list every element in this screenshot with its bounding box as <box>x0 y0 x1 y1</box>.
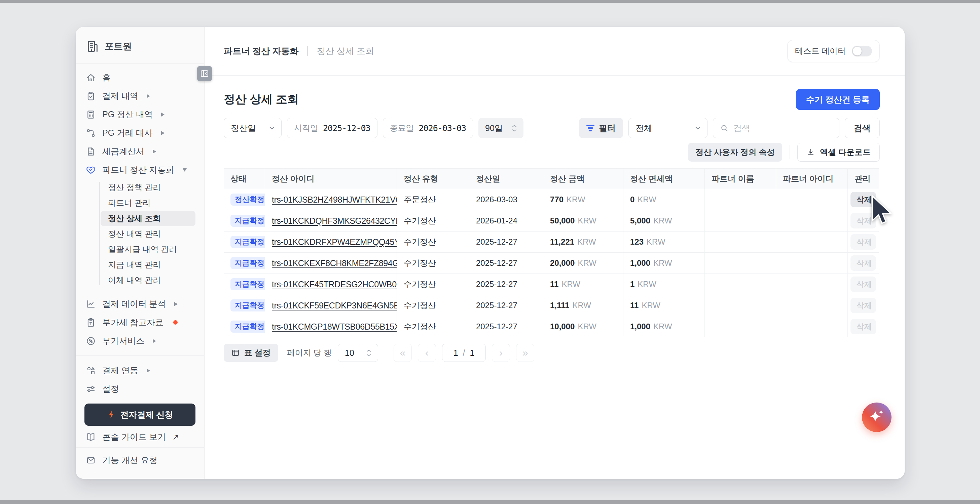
sidebar-item-settlement-history[interactable]: 정산 내역 관리 <box>100 226 196 242</box>
amount-currency: KRW <box>578 216 597 225</box>
sidebar-collapse-button[interactable] <box>197 66 212 81</box>
divider <box>76 355 204 356</box>
sidebar-menu-tertiary: 결제 연동 설정 <box>76 361 204 398</box>
tax-free-amount-cell: 1KRW <box>624 274 705 295</box>
panel-collapse-icon <box>200 69 209 78</box>
settlement-amount-cell: 50,000KRW <box>543 210 624 231</box>
settlement-id-cell: trs-01KCKEXF8CH8KME2FZ894G6V8P <box>265 253 397 274</box>
settlement-id-cell: trs-01KJSB2HZ498HJWFKTK21VQ9HP <box>265 189 397 210</box>
custom-attributes-button[interactable]: 정산 사용자 정의 속성 <box>688 143 782 162</box>
search-button[interactable]: 검색 <box>845 118 880 138</box>
settlement-amount-cell: 770KRW <box>543 189 624 210</box>
sidebar-item-tax-invoice[interactable]: 세금계산서 <box>76 142 204 161</box>
table-row: 지급확정 trs-01KCKF59ECDKP3N6E4GN5BH6RZ 수기정산… <box>224 295 879 316</box>
table-settings-button[interactable]: 표 설정 <box>224 344 278 362</box>
sidebar-item-partner-management[interactable]: 파트너 관리 <box>100 195 196 211</box>
column-header-status: 상태 <box>224 169 265 189</box>
portone-logo-icon <box>86 40 99 53</box>
end-date-input[interactable]: 종료일 2026-03-03 <box>383 118 473 138</box>
amount-value: 20,000 <box>550 258 574 268</box>
last-page-button: » <box>516 344 534 362</box>
settlement-amount-cell: 20,000KRW <box>543 253 624 274</box>
tax-free-amount-cell: 1,000KRW <box>624 253 705 274</box>
amount-value: 11,221 <box>550 237 574 247</box>
settlement-id-link[interactable]: trs-01KCKDRFXPW4EZMPQQ45Y4XZC6 <box>272 237 397 247</box>
settlement-id-cell: trs-01KCKDRFXPW4EZMPQQ45Y4XZC6 <box>265 231 397 252</box>
sidebar-item-transfer-history[interactable]: 이체 내역 관리 <box>100 273 196 288</box>
sidebar-item-bulk-payout[interactable]: 일괄지급 내역 관리 <box>100 242 196 257</box>
tax-free-currency: KRW <box>638 195 656 204</box>
sidebar-item-partner-settlement[interactable]: 파트너 정산 자동화 <box>76 161 204 179</box>
sidebar-item-payments[interactable]: 결제 내역 <box>76 87 204 105</box>
date-range-stepper[interactable]: 90일 <box>478 118 523 138</box>
home-icon <box>86 73 96 82</box>
sidebar: 포트원 홈 <box>76 27 205 479</box>
partner-name-cell <box>705 295 776 316</box>
sidebar-item-payment-integration[interactable]: 결제 연동 <box>76 361 204 380</box>
settlement-id-cell: trs-01KCKDQHF3MKSG26432CYDEF75 <box>265 210 397 231</box>
brand[interactable]: 포트원 <box>76 27 204 63</box>
settlement-id-link[interactable]: trs-01KCMGP18WTSB06D55B15X0KSZ <box>272 322 397 332</box>
toggle-knob <box>853 47 862 55</box>
sidebar-item-settlement-detail[interactable]: 정산 상세 조회 <box>100 211 196 226</box>
excel-download-button[interactable]: 엑셀 다운로드 <box>797 143 880 162</box>
download-icon <box>807 148 815 157</box>
date-type-select[interactable]: 정산일 <box>224 118 282 138</box>
sidebar-item-label: 부가세 참고자료 <box>102 317 164 328</box>
amount-value: 10,000 <box>550 322 574 331</box>
filter-funnel-icon <box>586 125 595 132</box>
chevron-down-icon <box>183 168 187 172</box>
settlement-date-cell: 2025-12-27 <box>469 253 543 274</box>
e-payment-apply-button[interactable]: 전자결제 신청 <box>84 404 196 426</box>
excel-download-label: 엑셀 다운로드 <box>820 147 871 158</box>
heart-hands-icon <box>86 165 96 175</box>
settlement-id-link[interactable]: trs-01KCKDQHF3MKSG26432CYDEF75 <box>272 216 397 226</box>
sidebar-item-label: 부가서비스 <box>102 335 144 346</box>
settlement-id-cell: trs-01KCKF59ECDKP3N6E4GN5BH6RZ <box>265 295 397 316</box>
sidebar-menu: 홈 결제 내역 PG 정산 내역 <box>76 68 204 179</box>
ai-assistant-button[interactable] <box>862 403 891 432</box>
settlement-id-link[interactable]: trs-01KCKF59ECDKP3N6E4GN5BH6RZ <box>272 301 397 311</box>
manage-cell: 삭제 <box>848 231 879 252</box>
search-scope-select[interactable]: 전체 <box>628 118 708 138</box>
sidebar-item-pg-settlement[interactable]: PG 정산 내역 <box>76 105 204 124</box>
lightning-bolt-icon <box>107 410 116 419</box>
search-scope-value: 전체 <box>635 123 690 134</box>
breadcrumb-section[interactable]: 파트너 정산 자동화 <box>224 45 298 57</box>
previous-page-button: ‹ <box>418 344 436 362</box>
chevron-down-icon <box>695 126 700 130</box>
chevron-right-icon <box>174 302 178 306</box>
test-data-toggle[interactable] <box>852 46 872 57</box>
sidebar-item-pg-reconciliation[interactable]: PG 거래 대사 <box>76 124 204 142</box>
sidebar-item-home[interactable]: 홈 <box>76 68 204 87</box>
amount-value: 11 <box>550 279 558 289</box>
book-icon <box>86 432 96 442</box>
sidebar-item-payout-history[interactable]: 지급 내역 관리 <box>100 257 196 273</box>
sidebar-item-settings[interactable]: 설정 <box>76 380 204 398</box>
sidebar-item-console-guide[interactable]: 콘솔 가이드 보기 ↗ <box>76 428 204 446</box>
sidebar-item-feature-request[interactable]: 기능 개선 요청 <box>76 451 204 469</box>
sidebar-menu-feedback: 기능 개선 요청 <box>76 451 204 479</box>
search-input[interactable] <box>733 123 832 133</box>
settlement-id-link[interactable]: trs-01KCKF45TRDESG2HC0WB01TSNK <box>272 279 397 289</box>
amount-value: 770 <box>550 195 563 204</box>
sidebar-item-label: PG 거래 대사 <box>102 127 153 138</box>
settlement-id-link[interactable]: trs-01KCKEXF8CH8KME2FZ894G6V8P <box>272 258 397 268</box>
tax-free-currency: KRW <box>638 279 656 289</box>
tax-free-currency: KRW <box>653 216 672 225</box>
start-date-input[interactable]: 시작일 2025-12-03 <box>287 118 377 138</box>
sidebar-item-vat-reference[interactable]: 부가세 참고자료 <box>76 313 204 332</box>
settlement-date-cell: 2026-01-24 <box>469 210 543 231</box>
mail-feedback-icon <box>86 455 96 465</box>
partner-id-cell <box>776 316 848 337</box>
settlement-id-link[interactable]: trs-01KJSB2HZ498HJWFKTK21VQ9HP <box>272 195 397 204</box>
sidebar-item-settlement-policy[interactable]: 정산 정책 관리 <box>100 180 196 195</box>
settlement-date-cell: 2025-12-27 <box>469 316 543 337</box>
sidebar-item-addon-services[interactable]: 부가서비스 <box>76 332 204 350</box>
column-header-manage: 관리 <box>848 169 879 189</box>
rows-per-page-stepper[interactable]: 10 <box>338 344 378 362</box>
manual-settlement-register-button[interactable]: 수기 정산건 등록 <box>796 89 880 110</box>
amount-value: 50,000 <box>550 216 574 225</box>
filter-button[interactable]: 필터 <box>579 118 623 138</box>
sidebar-item-data-analytics[interactable]: 결제 데이터 분석 <box>76 295 204 313</box>
